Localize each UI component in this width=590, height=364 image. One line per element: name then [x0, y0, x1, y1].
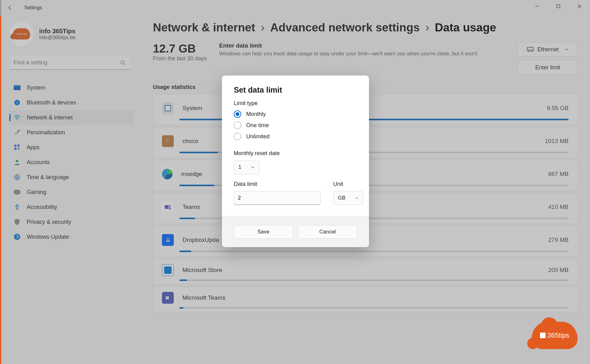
radio-unchecked-icon	[234, 133, 241, 140]
data-limit-label: Data limit	[234, 181, 321, 187]
limit-type-unlimited[interactable]: Unlimited	[234, 133, 357, 140]
unit-select[interactable]: GB	[333, 191, 363, 205]
watermark-logo: 365tips	[532, 322, 578, 349]
chevron-down-icon	[355, 196, 358, 200]
office-square-icon	[540, 333, 546, 338]
dialog-title: Set data limit	[234, 85, 357, 94]
set-data-limit-dialog: Set data limit Limit type Monthly One ti…	[222, 76, 369, 247]
radio-checked-icon	[234, 110, 241, 118]
chevron-down-icon	[251, 165, 255, 169]
reset-date-select[interactable]: 1	[234, 160, 260, 174]
reset-date-label: Monthly reset date	[234, 150, 357, 157]
limit-type-onetime[interactable]: One time	[234, 122, 357, 129]
limit-type-label: Limit type	[234, 100, 357, 107]
unit-label: Unit	[333, 181, 363, 187]
save-button[interactable]: Save	[234, 225, 293, 239]
settings-window: Settings O 365 tips info 365Tips Info@36…	[1, 0, 590, 364]
limit-type-monthly[interactable]: Monthly	[234, 110, 357, 118]
radio-unchecked-icon	[234, 122, 241, 129]
cancel-button[interactable]: Cancel	[298, 225, 357, 239]
data-limit-input[interactable]	[234, 191, 321, 205]
